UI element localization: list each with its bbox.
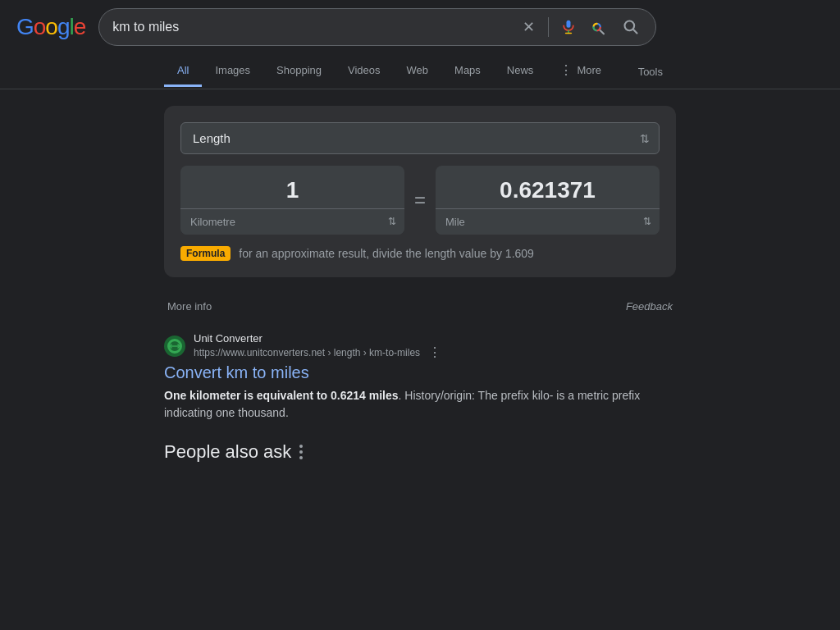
result-snippet-bold: One kilometer is equivalent to 0.6214 mi…: [164, 389, 399, 402]
result-site-info: Unit Converter https://www.unitconverter…: [194, 332, 441, 360]
nav-item-all[interactable]: All: [164, 56, 202, 87]
result-favicon: [164, 336, 185, 357]
search-result-item: Unit Converter https://www.unitconverter…: [164, 332, 656, 422]
formula-row: Formula for an approximate result, divid…: [180, 246, 660, 261]
tools-button[interactable]: Tools: [625, 57, 676, 86]
converter-to-block: Mile Kilometre Meter Yard: [436, 166, 660, 235]
search-bar: ✕: [98, 8, 656, 46]
formula-text: for an approximate result, divide the le…: [239, 247, 534, 260]
logo-o1: o: [34, 14, 46, 39]
microphone-icon: [560, 19, 577, 35]
converter-from-block: Kilometre Mile Meter Yard: [180, 166, 404, 235]
nav-item-videos[interactable]: Videos: [335, 56, 394, 87]
feedback-link[interactable]: Feedback: [626, 300, 673, 313]
logo-g2: g: [57, 14, 70, 39]
converter-from-unit-select[interactable]: Kilometre Mile Meter Yard: [180, 208, 404, 235]
result-url: https://www.unitconverters.net › length …: [194, 345, 441, 360]
equals-sign: =: [414, 189, 426, 212]
search-button[interactable]: [619, 16, 642, 39]
formula-badge: Formula: [180, 246, 231, 261]
result-snippet: One kilometer is equivalent to 0.6214 mi…: [164, 387, 656, 422]
search-icon: [623, 19, 639, 35]
paa-title: People also ask: [164, 441, 291, 463]
lens-button[interactable]: [588, 16, 611, 39]
favicon-arrows-icon: [170, 341, 180, 351]
camera-icon: [591, 19, 608, 35]
nav-item-news[interactable]: News: [494, 56, 547, 87]
paa-header: People also ask: [164, 441, 656, 463]
nav-item-more[interactable]: ⋮ More: [546, 54, 614, 89]
nav-item-images[interactable]: Images: [202, 56, 263, 87]
search-input[interactable]: [112, 20, 509, 34]
nav-bar: All Images Shopping Videos Web Maps News…: [0, 54, 840, 89]
search-bar-icons: ✕: [517, 16, 642, 39]
paa-section: People also ask: [164, 441, 656, 463]
nav-item-shopping[interactable]: Shopping: [263, 56, 335, 87]
favicon-inner: [167, 339, 182, 354]
nav-item-maps[interactable]: Maps: [441, 56, 494, 87]
svg-rect-0: [567, 21, 571, 28]
search-divider: [548, 17, 549, 37]
microphone-button[interactable]: [557, 16, 580, 39]
result-site-name: Unit Converter: [194, 332, 441, 345]
converter-from-unit-wrapper: Kilometre Mile Meter Yard: [180, 208, 404, 235]
paa-menu-button[interactable]: [299, 445, 303, 459]
widget-footer: More info Feedback: [164, 294, 676, 316]
more-info-link[interactable]: More info: [167, 300, 212, 313]
converter-to-input[interactable]: [436, 166, 660, 208]
converter-type-wrapper: Length Area Volume Mass Temperature Spee…: [180, 122, 660, 154]
converter-to-unit-select[interactable]: Mile Kilometre Meter Yard: [436, 208, 660, 235]
logo-e: e: [74, 14, 86, 39]
logo-o2: o: [45, 14, 57, 39]
clear-button[interactable]: ✕: [517, 16, 540, 39]
converter-type-select[interactable]: Length Area Volume Mass Temperature Spee…: [180, 122, 660, 154]
converter-input-row: Kilometre Mile Meter Yard = Mile Kilomet…: [180, 166, 660, 235]
result-title[interactable]: Convert km to miles: [164, 363, 656, 382]
nav-item-web[interactable]: Web: [394, 56, 442, 87]
converter-from-input[interactable]: [180, 166, 404, 208]
converter-to-unit-wrapper: Mile Kilometre Meter Yard: [436, 208, 660, 235]
converter-widget: Length Area Volume Mass Temperature Spee…: [164, 106, 676, 277]
logo-g: G: [16, 14, 34, 39]
header: Google ✕: [0, 0, 840, 54]
more-dots-icon: ⋮: [559, 62, 573, 78]
google-logo[interactable]: Google: [16, 14, 85, 40]
svg-point-5: [625, 21, 635, 31]
result-menu-button[interactable]: ⋮: [428, 345, 441, 360]
main-content: Length Area Volume Mass Temperature Spee…: [0, 89, 840, 487]
result-source: Unit Converter https://www.unitconverter…: [164, 332, 656, 360]
